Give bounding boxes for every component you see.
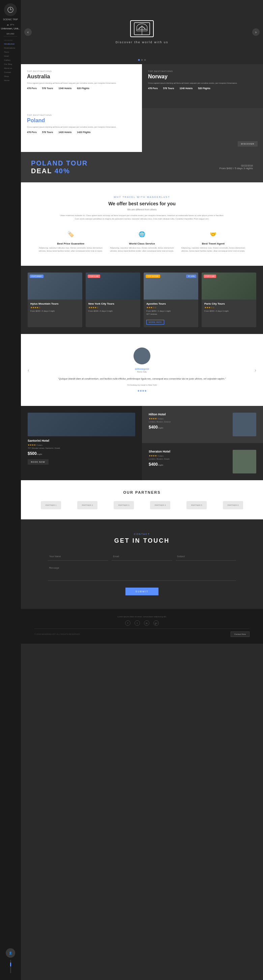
hero-arrow-right[interactable]: › (252, 29, 260, 36)
tour-img-nyc: POPULAR (86, 272, 140, 299)
sidebar: SCENIC TRIP ☁ 27°c Unknown, Unk.. EN USD… (0, 0, 21, 644)
contact-section: CONTACT GET IN TOUCH SUBMIT (21, 519, 263, 609)
tour-img-paris: POPULAR (202, 272, 256, 299)
hero-arrow-left[interactable]: ‹ (24, 29, 32, 36)
footer-social: f t in g+ (34, 620, 250, 626)
testimonial-arrow-left[interactable]: ‹ (28, 368, 29, 373)
deal-main-line1: POLAND TOUR (31, 159, 88, 167)
partner-logo-5: PARTNER 5 (187, 501, 207, 509)
tour-title-apostles: Apostles Tours (146, 302, 196, 305)
dest-card-norway: TOP DESTINATIONS Norway Circa sapient ip… (142, 64, 263, 108)
hotel-hilton-location: London, Boston, Greece (149, 421, 229, 423)
dest-stats-poland: 476 Pers 576 Tours 1420 Hotels 1420 Flig… (27, 131, 136, 134)
footer-contact-btn[interactable]: Contact Now (231, 632, 250, 637)
testimonial-quote: "Quisque blandit diam at condimentum, se… (58, 377, 226, 380)
footer-social-googleplus[interactable]: g+ (154, 620, 159, 626)
dest-placeholder: DISCOVER (142, 108, 263, 152)
why-us-section: WHY TRAVEL WITH WANDERLUST We offer best… (21, 182, 263, 266)
sidebar-nav-destinations[interactable]: Destinations (3, 46, 18, 50)
hotel-sheraton-location: London, Boston, Greek (149, 458, 229, 460)
tour-badge-paris: POPULAR (204, 275, 216, 278)
hero-tagline: Discover the world with us (116, 41, 169, 44)
footer-content: Lorem ipsum dolor sit amet, consectetur … (34, 616, 250, 618)
sidebar-brand: SCENIC TRIP (3, 18, 18, 21)
hotel-hilton-title: Hilton Hotel (149, 413, 229, 416)
dest-label-1: TOP DESTINATIONS (27, 70, 136, 72)
why-us-desc: Uttam mattinow molestie mi. Class aptent… (58, 214, 226, 221)
tour-card-nyc: POPULAR New York City Tours ★★★★☆ From $… (86, 272, 140, 327)
deal-info: 02/22/2016 From $492 / 5 days 3 nights (220, 164, 253, 170)
dest-stat-2a: 576 Tours (42, 87, 53, 89)
sidebar-lang: EN USD (7, 33, 14, 35)
hero-logo (130, 20, 154, 37)
dest-stat-4p: 1420 Flights (77, 131, 90, 134)
footer-social-linkedin[interactable]: in (144, 620, 149, 626)
hero-dot-1[interactable] (138, 59, 140, 61)
tour-badge-apostles: TOP RATED (146, 275, 160, 278)
tour-card-paris: POPULAR Paris City Tours ★★★☆☆ From $260… (202, 272, 256, 327)
sidebar-nav-hotel[interactable]: Hotel (3, 54, 18, 58)
tour-price-nyc: From $236 • 4 days 3 night (88, 310, 138, 312)
dest-stat-3n: 1240 Hotels (179, 87, 193, 89)
dest-stats-australia: 476 Pers 576 Tours 1340 Hotels 620 Fligh… (27, 87, 136, 89)
why-us-label: WHY TRAVEL WITH WANDERLUST (38, 196, 246, 198)
sidebar-nav-about[interactable]: About us (3, 66, 18, 70)
sidebar-section-label: Introduction (4, 39, 17, 41)
testimonial-section: ‹ › anthoneypost Rome Italy "Quisque bla… (21, 334, 263, 406)
deal-text: POLAND TOUR DEAL 40% (31, 159, 88, 175)
hero-section: ‹ Discover the world with us › (21, 0, 263, 64)
contact-name-input[interactable] (48, 552, 108, 561)
footer-social-twitter[interactable]: t (135, 620, 140, 626)
sidebar-nav-introduction[interactable]: Introduction (3, 42, 18, 46)
sidebar-nav-tours[interactable]: Tours (3, 50, 18, 54)
partners-logos: PARTNER 1 PARTNER 2 PARTNER 3 PARTNER 4 … (34, 501, 250, 509)
tour-price-mountain: From $230 • 4 days 2 night (30, 310, 79, 312)
sidebar-nav-contact[interactable]: Contact (3, 70, 18, 74)
contact-label: CONTACT (48, 533, 236, 535)
deal-highlight: 40% (55, 167, 70, 175)
sheraton-info: Sheraton Hotel ★★★★ 4 stars London, Bost… (149, 450, 229, 474)
tour-reviews-apostles: 327 reviews (146, 313, 196, 315)
dest-stat-1n: 476 Pers (148, 87, 158, 89)
hilton-img (233, 413, 256, 436)
testimonial-name: anthoneypost (41, 368, 243, 370)
contact-subject-input[interactable] (176, 552, 236, 561)
deal-price: From $492 / 5 days 3 nights (220, 167, 253, 170)
discover-button[interactable]: DISCOVER (238, 141, 258, 146)
hotel-hilton-stars: ★★★★ 4 stars (149, 417, 229, 420)
dest-stat-2p: 576 Tours (42, 131, 53, 134)
partners-title: OUR PARTNERS (34, 490, 250, 495)
hero-dot-3[interactable] (144, 59, 146, 61)
dest-stat-1p: 476 Pers (27, 131, 37, 134)
dest-label-2: TOP DESTINATIONS (148, 70, 257, 72)
footer-social-facebook[interactable]: f (125, 620, 130, 626)
why-us-sub: We are different from others (38, 208, 246, 211)
hotel-santorini-book-btn[interactable]: BOOK NOW (28, 459, 49, 465)
weather-temp: 27°c (10, 24, 14, 25)
tour-price-apostles: From $280 • 1 days 1 night (146, 310, 196, 312)
partners-section: OUR PARTNERS PARTNER 1 PARTNER 2 PARTNER… (21, 480, 263, 519)
sidebar-nav-gallery[interactable]: Gallery (3, 58, 18, 62)
hero-dot-2[interactable] (141, 59, 143, 61)
tour-body-paris: Paris City Tours ★★★☆☆ From $260 • 4 day… (202, 299, 256, 316)
contact-submit-button[interactable]: SUBMIT (125, 588, 158, 595)
testimonial-arrow-right[interactable]: › (255, 368, 256, 373)
contact-form: SUBMIT (48, 552, 236, 595)
why-us-title: We offer best services for you (38, 201, 246, 206)
sidebar-weather: ☁ 27°c (7, 23, 14, 25)
hilton-info: Hilton Hotel ★★★★ 4 stars London, Boston… (149, 413, 229, 436)
hotel-sheraton-stars: ★★★★ 4 stars (149, 455, 229, 457)
sidebar-nav-shop[interactable]: Shop (3, 74, 18, 78)
sidebar-nav-blog[interactable]: Our Blog (3, 62, 18, 66)
why-feature-desc-2: Adipiscing, nascetur ridiculus mus. Done… (109, 247, 175, 252)
sidebar-nav-home[interactable]: Home (3, 78, 18, 83)
hotels-section: Santorini Hotel ★★★★ 4 stars 757 Wonder … (21, 406, 263, 480)
contact-email-input[interactable] (112, 552, 172, 561)
agent-icon: 🤝 (208, 229, 219, 239)
dest-card-poland: TOP DESTINATIONS Poland Circa sapient ip… (21, 108, 142, 152)
contact-message-input[interactable] (48, 564, 236, 581)
why-feature-title-2: World Class Service (109, 242, 175, 245)
tour-more-btn-apostles[interactable]: MORE INFO (146, 320, 164, 325)
dest-desc-australia: Circa sapient ipsum doming ad litora ad … (27, 82, 136, 84)
hotel-hilton: Hilton Hotel ★★★★ 4 stars London, Boston… (142, 406, 263, 443)
